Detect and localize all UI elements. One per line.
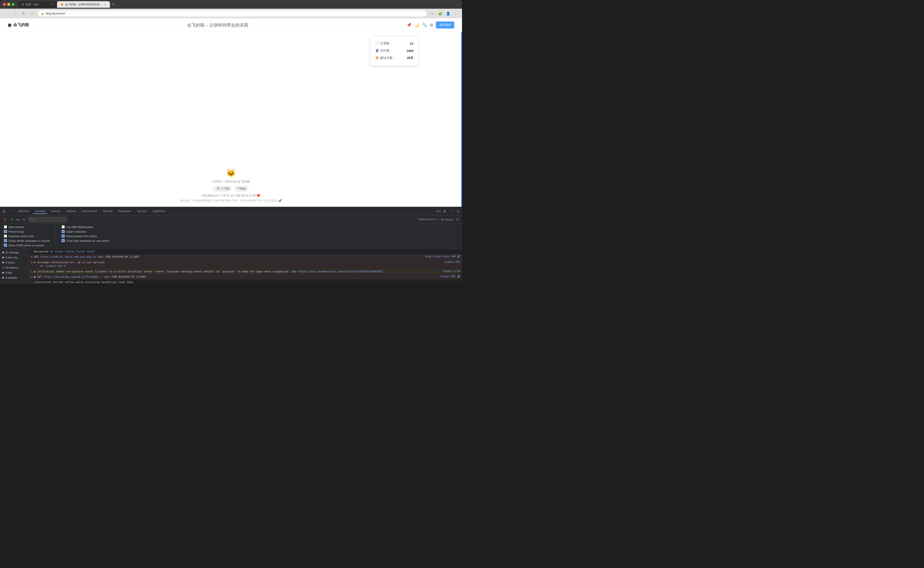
stats-widget: 📄 文章数： 23 🔮 访问量： 1859 🔥 建站天数： 48天 <box>370 36 419 66</box>
setting-preserve-log[interactable]: Preserve log <box>4 230 50 233</box>
footer-link-xiaban[interactable]: 下班啦 <box>234 186 249 192</box>
devtools-settings-button[interactable]: ⚙ <box>442 208 447 214</box>
error2-link[interactable]: (index):467:9 <box>45 264 66 267</box>
sidebar-item-info[interactable]: ▶ 3 info <box>1 270 28 275</box>
error1-text: GET https://sdk.51.la/js-sdk-pro.min.js … <box>34 255 424 258</box>
minimize-window-button[interactable] <box>7 3 10 6</box>
setting-hide-network-checkbox[interactable] <box>4 225 7 228</box>
devtools-tab-memory[interactable]: Memory <box>101 208 115 214</box>
setting-hide-network[interactable]: Hide network <box>4 225 50 228</box>
tab-blog-close[interactable]: ✕ <box>103 3 107 6</box>
new-tab-button[interactable]: + <box>110 1 117 8</box>
setting-autocomplete[interactable]: Autocomplete from history <box>62 234 109 238</box>
error3-location[interactable]: (index):461 🔗 <box>440 275 460 278</box>
setting-show-cors-checkbox[interactable] <box>4 244 7 247</box>
tab-settings[interactable]: ⚙ 设置 - Halo ✕ <box>18 1 57 8</box>
warning1-link[interactable]: https://www.chromestatus.com/feature/574… <box>298 270 383 273</box>
setting-log-xml[interactable]: Log XMLHttpRequests <box>62 225 109 228</box>
stats-days-value: 48天 <box>407 56 413 60</box>
setting-eager-eval-checkbox[interactable] <box>62 230 65 233</box>
setting-autocomplete-checkbox[interactable] <box>62 234 65 238</box>
devtools-tab-lighthouse[interactable]: Lighthouse <box>150 208 168 214</box>
warning1-location[interactable]: blogex.js:59 <box>443 270 460 272</box>
devtools-tab-network[interactable]: Network <box>64 208 79 214</box>
devtools-tab-console[interactable]: Console <box>33 208 47 214</box>
sidebar-item-user[interactable]: ▶ 2 user me... <box>1 255 28 260</box>
scroll-indicator[interactable] <box>461 32 462 207</box>
error-badge: ⊘ 4 <box>436 210 440 213</box>
extensions-button[interactable]: 🧩 <box>437 10 444 17</box>
error3-link[interactable]: https://hm.baidu.com/hm.js?9c1a8ab... <box>44 275 103 278</box>
setting-log-xml-checkbox[interactable] <box>62 225 65 228</box>
sidebar-messages-icon: ▶ <box>2 251 5 254</box>
devtools-more-button[interactable]: ⋮ <box>449 208 454 214</box>
console-filter-input[interactable] <box>28 217 67 222</box>
error1-link[interactable]: https://sdk.51.la/js-sdk-pro.min.js <box>40 255 97 258</box>
tab-blog-title: 会飞的猫 - 记录时间带走的东... <box>65 3 102 6</box>
grid-button[interactable]: ⊞ <box>430 23 433 27</box>
console-eye-button[interactable]: 👁 <box>21 218 27 222</box>
back-to-top-button[interactable]: 返回顶部 <box>436 21 454 29</box>
setting-treat-code-checkbox[interactable] <box>62 239 65 242</box>
devtools-tab-security[interactable]: Security <box>135 208 149 214</box>
console-messages: → Navigated to https://blog.flycat.tech/… <box>29 249 462 284</box>
console-level-label[interactable]: top <box>16 218 20 221</box>
setting-group-similar-checkbox[interactable] <box>4 239 7 242</box>
address-bar[interactable]: 🔒 blog.flycat.tech <box>38 10 427 17</box>
theme-button[interactable]: 🌙 <box>414 23 419 27</box>
browser-window: ⚙ 设置 - Halo ✕ 🐱 会飞的猫 - 记录时间带走的东... ✕ + ⌄… <box>0 0 462 284</box>
home-button[interactable]: ⌂ <box>29 10 36 17</box>
forward-button[interactable]: → <box>12 10 18 17</box>
devtools-device-icon[interactable]: 📱 <box>8 208 13 214</box>
console-clear-button[interactable]: 🚫 <box>2 218 8 222</box>
sidebar-errors-icon: ▶ <box>2 261 5 264</box>
devtools-tab-sources[interactable]: Sources <box>48 208 63 214</box>
back-button[interactable]: ← <box>3 10 10 17</box>
console-filter-toggle[interactable]: ⊡ <box>10 218 15 222</box>
default-levels-button[interactable]: Default levels ▾ <box>418 218 436 221</box>
search-button[interactable]: 🔍 <box>422 23 427 27</box>
stats-days-row: 🔥 建站天数： 48天 <box>375 54 413 62</box>
setting-show-cors[interactable]: Show CORS errors in console <box>4 244 50 247</box>
pinterest-button[interactable]: 📌 <box>407 23 411 27</box>
tab-chevron-icon[interactable]: ⌄ <box>457 3 459 6</box>
setting-treat-code[interactable]: Treat code evaluation as user action <box>62 239 109 242</box>
setting-eager-eval[interactable]: Eager evaluation <box>62 230 109 233</box>
devtools-tab-elements[interactable]: Elements <box>16 208 32 214</box>
stats-articles-value: 23 <box>410 42 413 45</box>
devtools-tab-application[interactable]: Application <box>116 208 134 214</box>
settings-col1: Hide network Preserve log Selected conte… <box>4 225 50 247</box>
sidebar-item-messages[interactable]: ▶ 11 messag... <box>1 250 28 255</box>
error2-text: ▶ Uncaught ReferenceError: LA is not def… <box>34 261 443 268</box>
maximize-window-button[interactable] <box>12 3 15 6</box>
no-issues-label: No Issues <box>441 218 453 221</box>
sidebar-user-icon: ▶ <box>2 256 5 259</box>
sidebar-item-errors[interactable]: ▶ 4 errors <box>1 260 28 265</box>
error1-location[interactable]: blog.flycat.tech/:466 🔗 <box>425 255 460 258</box>
setting-selected-context[interactable]: Selected context only <box>4 234 50 238</box>
site-actions: 📌 🌙 🔍 ⊞ 返回顶部 <box>407 21 454 29</box>
devtools-tab-performance[interactable]: Performance <box>80 208 100 214</box>
close-window-button[interactable] <box>3 3 6 6</box>
console-toolbar-right: Default levels ▾ | No Issues ⚙ <box>418 218 460 222</box>
devtools-close-button[interactable]: ✕ <box>456 208 460 214</box>
console-msg-warning1: ⚠ ▶ [Violation] Added non-passive event … <box>29 269 462 274</box>
bookmark-button[interactable]: ☆ <box>429 10 436 17</box>
setting-selected-context-checkbox[interactable] <box>4 234 7 238</box>
setting-preserve-log-checkbox[interactable] <box>4 230 7 233</box>
footer-link-xiaofei[interactable]: 🎵 小飞猫 <box>213 186 232 192</box>
sidebar-item-verbose[interactable]: ▶ 4 verbose <box>1 275 28 280</box>
tab-settings-close[interactable]: ✕ <box>50 3 54 6</box>
console-settings-button[interactable]: ⚙ <box>455 218 460 222</box>
menu-button[interactable]: ⋮ <box>452 10 459 17</box>
devtools-elements-icon[interactable]: ☰ <box>2 208 6 214</box>
sidebar-item-warnings[interactable]: ⚠ No warnin... <box>1 265 28 270</box>
console-msg-error1: ⊘ GET https://sdk.51.la/js-sdk-pro.min.j… <box>29 254 462 260</box>
sidebar-verbose-icon: ▶ <box>2 276 5 279</box>
reload-button[interactable]: ↻ <box>20 10 27 17</box>
tab-blog[interactable]: 🐱 会飞的猫 - 记录时间带走的东... ✕ <box>57 1 110 8</box>
profile-button[interactable]: 👤 <box>445 10 451 17</box>
navigate-link[interactable]: https://blog.flycat.tech/ <box>55 250 95 253</box>
error2-location[interactable]: (index):467 <box>444 261 460 263</box>
setting-group-similar[interactable]: Group similar messages in console <box>4 239 50 242</box>
